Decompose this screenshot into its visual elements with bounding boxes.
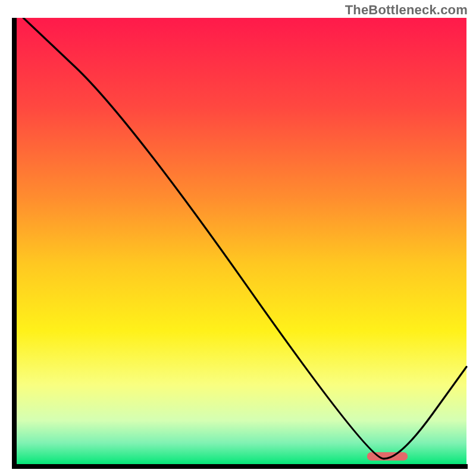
bottleneck-plot [11,18,468,470]
watermark-text: TheBottleneck.com [345,2,468,18]
plot-svg [11,18,468,470]
plot-background [14,18,466,465]
